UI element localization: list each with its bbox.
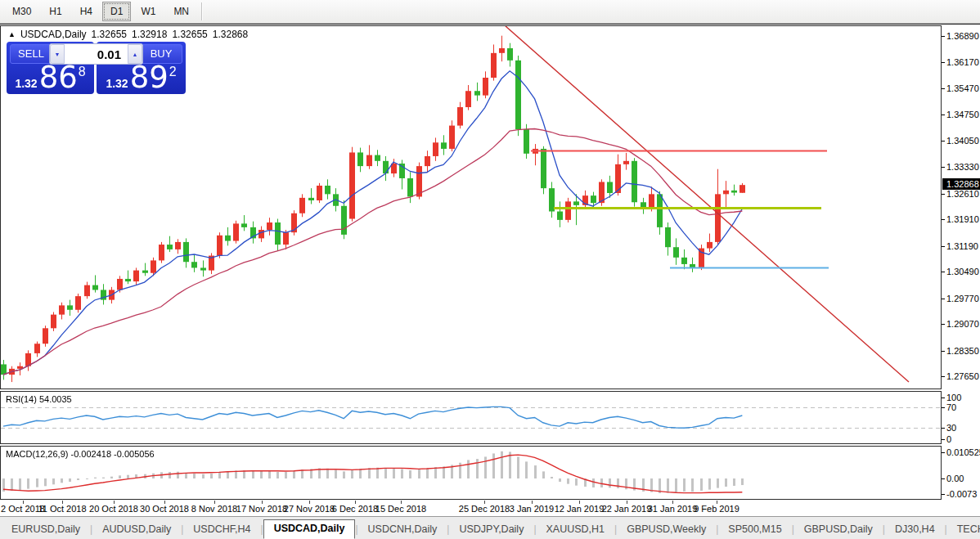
volume-decrease-button[interactable]: ▼ (50, 44, 65, 64)
date-axis-label: 8 Nov 2018 (191, 504, 237, 514)
price-axis-label: 1.32610 (946, 189, 979, 199)
ask-price-display[interactable]: 1.32 89 2 (97, 63, 186, 92)
date-axis[interactable]: 2 Oct 201811 Oct 201820 Oct 201830 Oct 2… (0, 501, 942, 517)
price-axis-label: 1.34050 (946, 136, 979, 146)
chart-tab-tech100[interactable]: TECH100,H1 (947, 521, 980, 538)
macd-axis-label-tick (942, 452, 945, 453)
volume-increase-button[interactable]: ▲ (128, 44, 142, 64)
macd-axis-label-tick (942, 478, 945, 479)
date-axis-label: 30 Oct 2018 (140, 504, 189, 514)
date-axis-label: 12 Jan 2019 (555, 504, 605, 514)
price-axis-label-tick (942, 36, 945, 37)
date-axis-label: 6 Dec 2018 (332, 504, 378, 514)
bar-close-value: 1.32868 (213, 29, 248, 40)
chart-tab-gbpusd[interactable]: GBPUSD,Weekly (617, 521, 716, 538)
chart-symbol-line: ▲ USDCAD,Daily 1.32655 1.32918 1.32655 1… (8, 29, 248, 40)
rsi-axis-label: 30 (946, 423, 956, 433)
price-axis-label-tick (942, 246, 945, 247)
chart-tab-usdcnh[interactable]: USDCNH,Daily (358, 521, 447, 538)
ask-price-prefix: 1.32 (106, 77, 128, 90)
macd-axis-label: 0.010525 (946, 447, 980, 457)
price-axis-label: 1.29070 (946, 319, 979, 329)
macd-axis-label: -0.0073 (946, 489, 977, 499)
date-axis-label: 9 Feb 2019 (694, 504, 739, 514)
chart-tab-eurusd[interactable]: EURUSD,Daily (2, 521, 90, 538)
price-axis-label-tick (942, 167, 945, 168)
chart-tab-usdcad[interactable]: USDCAD,Daily (263, 519, 356, 539)
price-axis-label: 1.28350 (946, 346, 979, 356)
rsi-axis-label: 70 (946, 402, 956, 412)
price-axis-label-tick (942, 194, 945, 195)
timeframe-button-h4[interactable]: H4 (72, 2, 101, 21)
timeframe-group: M30H1H4D1W1MN (3, 2, 198, 21)
timeframe-button-m30[interactable]: M30 (4, 2, 39, 21)
date-axis-label: 22 Jan 2019 (602, 504, 652, 514)
price-axis-label: 1.34750 (946, 110, 979, 119)
chart-tab-sp500[interactable]: SP500,M15 (718, 521, 791, 538)
price-axis-label: 1.31910 (946, 214, 979, 224)
chart-symbol-label: USDCAD,Daily (20, 29, 87, 40)
rsi-axis-label-tick (942, 439, 945, 440)
price-axis-label-tick (942, 88, 945, 89)
one-click-collapse-icon[interactable]: ▲ (8, 30, 16, 38)
timeframe-button-mn[interactable]: MN (165, 2, 197, 21)
price-axis-label: 1.36170 (946, 57, 979, 67)
date-axis-label: 3 Jan 2019 (510, 504, 554, 514)
chart-tab-usdchf[interactable]: USDCHF,H4 (183, 521, 260, 538)
price-axis-label-tick (942, 324, 945, 325)
price-axis-label-tick (942, 351, 945, 352)
bid-price-pipette: 8 (79, 65, 86, 79)
chart-tab-xauusd[interactable]: XAUUSD,H1 (537, 521, 615, 538)
rsi-canvas[interactable] (1, 392, 941, 443)
rsi-axis-label-tick (942, 407, 945, 408)
macd-axis-label-tick (942, 494, 945, 495)
date-axis-label: 31 Jan 2019 (648, 504, 698, 514)
rsi-axis-label-tick (942, 398, 945, 398)
price-axis-label-tick (942, 376, 945, 377)
one-click-trading-panel: SELL 1.32 86 8 BUY 1.32 89 2 ▼ ▲ (7, 42, 186, 94)
current-price-tag: 1.32868 (942, 178, 980, 190)
price-axis-label-tick (942, 219, 945, 220)
price-axis-label: 1.35470 (946, 83, 979, 93)
price-axis-label-tick (942, 299, 945, 299)
chart-tab-usdjpy[interactable]: USDJPY,Daily (449, 521, 533, 538)
chart-window: ▲ USDCAD,Daily 1.32655 1.32918 1.32655 1… (0, 24, 980, 500)
bar-open-value: 1.32655 (92, 29, 127, 40)
chart-tab-audusd[interactable]: AUDUSD,Daily (92, 521, 181, 538)
price-axis-label: 1.29770 (946, 294, 979, 303)
price-axis[interactable]: 1.32868 1.368901.361701.354701.347501.34… (942, 25, 980, 501)
timeframe-button-w1[interactable]: W1 (133, 2, 164, 21)
volume-stepper: ▼ ▲ (49, 43, 143, 65)
price-axis-label: 1.33330 (946, 162, 979, 172)
macd-axis-label: 0.00 (946, 474, 964, 483)
timeframe-toolbar: M30H1H4D1W1MN (0, 0, 980, 24)
date-axis-label: 15 Dec 2018 (375, 504, 426, 514)
bar-low-value: 1.32655 (172, 29, 207, 40)
ask-price-pipette: 2 (169, 65, 177, 79)
macd-indicator-pane: MACD(12,26,9) -0.002418 -0.005056 (0, 446, 942, 500)
rsi-label: RSI(14) 54.0035 (6, 394, 72, 404)
volume-input[interactable] (65, 44, 128, 64)
price-axis-label: 1.36890 (946, 31, 979, 41)
chart-tab-dj30[interactable]: DJ30,H4 (885, 521, 945, 538)
timeframe-button-d1[interactable]: D1 (102, 2, 131, 21)
chart-tab-gbpusd[interactable]: GBPUSD,Daily (794, 521, 883, 538)
chart-tab-bar: EURUSD,Daily|AUDUSD,Daily|USDCHF,H4|USDC… (0, 516, 980, 539)
bid-price-display[interactable]: 1.32 86 8 (7, 63, 94, 92)
bid-price-main: 86 (39, 63, 78, 92)
rsi-axis-label: 0 (946, 434, 951, 444)
price-axis-label-tick (942, 272, 945, 272)
date-axis-label: 25 Dec 2018 (459, 504, 510, 514)
price-axis-label: 1.30490 (946, 267, 979, 276)
date-axis-label: 27 Nov 2018 (284, 504, 335, 514)
price-axis-label: 1.31190 (946, 241, 978, 251)
price-axis-label-tick (942, 62, 945, 63)
rsi-indicator-pane: RSI(14) 54.0035 (0, 391, 942, 444)
timeframe-button-h1[interactable]: H1 (41, 2, 70, 21)
date-axis-label: 20 Oct 2018 (89, 504, 138, 514)
price-axis-label: 1.27650 (946, 371, 979, 381)
ask-price-main: 89 (130, 63, 169, 92)
toolbar-separator (201, 2, 203, 20)
bar-high-value: 1.32918 (132, 29, 167, 40)
rsi-axis-label-tick (942, 428, 945, 429)
